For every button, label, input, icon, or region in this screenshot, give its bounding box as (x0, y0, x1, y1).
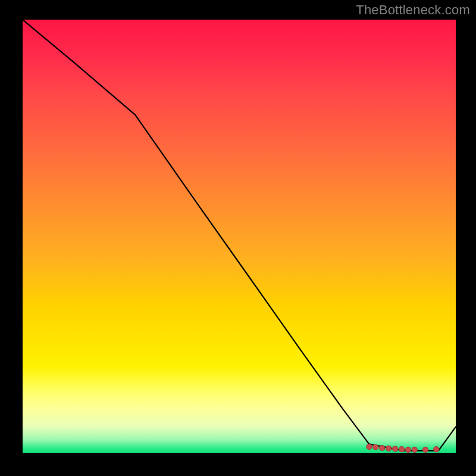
data-marker (434, 447, 439, 452)
data-marker (367, 444, 372, 449)
chart-frame: TheBottleneck.com (0, 0, 476, 476)
marker-group (367, 444, 439, 452)
data-marker (405, 447, 411, 452)
data-marker (373, 444, 378, 450)
plot-area (23, 20, 456, 453)
data-marker (386, 446, 392, 451)
data-marker (399, 447, 405, 452)
bottleneck-curve (23, 20, 456, 450)
data-marker (423, 447, 428, 452)
attribution-label: TheBottleneck.com (356, 2, 470, 18)
data-marker (412, 447, 417, 452)
chart-svg (23, 20, 456, 453)
data-marker (393, 446, 398, 452)
data-marker (380, 446, 385, 451)
